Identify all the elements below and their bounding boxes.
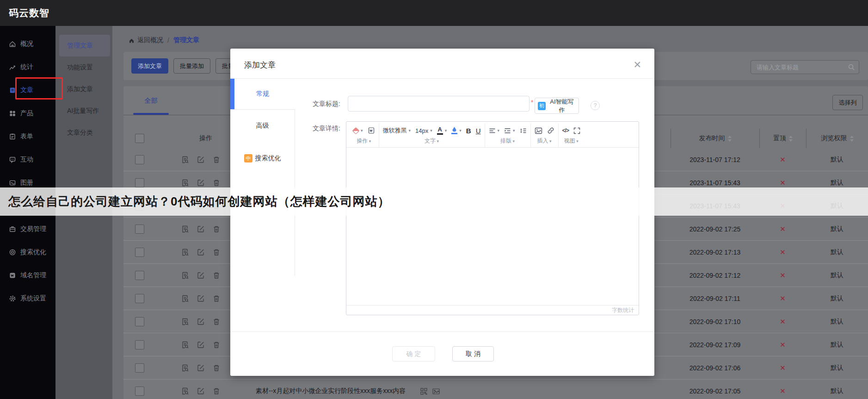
delete-icon[interactable] bbox=[212, 271, 221, 280]
tab-advanced[interactable]: 高级 bbox=[230, 110, 295, 142]
edit-icon[interactable] bbox=[197, 364, 205, 372]
fullscreen-icon[interactable] bbox=[573, 127, 580, 134]
column-header-top[interactable]: 置顶 bbox=[759, 129, 806, 148]
batch-add-button[interactable]: 批量添加 bbox=[173, 58, 210, 74]
preview-icon[interactable] bbox=[181, 341, 189, 349]
sort-icon[interactable] bbox=[850, 136, 854, 142]
submenu-item[interactable]: 添加文章 bbox=[59, 78, 110, 100]
preview-icon[interactable] bbox=[181, 294, 189, 303]
row-checkbox[interactable] bbox=[135, 224, 144, 234]
row-checkbox[interactable] bbox=[135, 317, 144, 326]
article-search-input[interactable] bbox=[751, 60, 859, 74]
preview-icon[interactable] bbox=[181, 225, 189, 233]
breadcrumb-home[interactable]: 返回概况 bbox=[137, 36, 163, 44]
preview-icon[interactable] bbox=[181, 179, 189, 187]
preview-icon[interactable] bbox=[181, 387, 189, 395]
submenu-item[interactable]: 管理文章 bbox=[59, 35, 110, 56]
sidebar-item[interactable]: 互动 bbox=[0, 148, 55, 171]
insert-link-icon[interactable] bbox=[547, 127, 554, 134]
bold-button[interactable]: B bbox=[466, 127, 471, 135]
sidebar-item[interactable]: 统计 bbox=[0, 56, 55, 79]
tab-general[interactable]: 常规 bbox=[230, 79, 295, 109]
group-label-insert[interactable]: 插入 bbox=[535, 137, 554, 146]
preview-icon[interactable] bbox=[181, 364, 189, 372]
column-header-permission[interactable]: 浏览权限 bbox=[806, 129, 868, 148]
column-header-publish-time[interactable]: 发布时间 bbox=[671, 129, 759, 148]
preview-icon[interactable] bbox=[181, 248, 189, 256]
edit-icon[interactable] bbox=[197, 271, 205, 280]
row-checkbox[interactable] bbox=[135, 248, 144, 257]
add-article-button[interactable]: 添加文章 bbox=[131, 58, 168, 74]
submenu-item[interactable]: 文章分类 bbox=[59, 122, 110, 143]
sidebar-item[interactable]: 交易管理 bbox=[0, 218, 55, 241]
sidebar-item[interactable]: 表单 bbox=[0, 125, 55, 148]
word-count-label[interactable]: 字数统计 bbox=[612, 306, 634, 314]
group-label-actions[interactable]: 操作 bbox=[353, 137, 375, 146]
cancel-button[interactable]: 取 消 bbox=[452, 346, 494, 362]
ai-write-button[interactable]: 初 AI智能写作 bbox=[535, 98, 579, 114]
row-checkbox[interactable] bbox=[135, 340, 144, 349]
delete-icon[interactable] bbox=[212, 156, 221, 164]
image-icon[interactable] bbox=[432, 387, 440, 395]
article-title-input[interactable] bbox=[348, 96, 529, 112]
source-code-icon[interactable]: </> bbox=[562, 127, 569, 134]
align-icon[interactable] bbox=[489, 128, 500, 134]
group-label-layout[interactable]: 排版 bbox=[489, 137, 527, 146]
qrcode-icon[interactable] bbox=[420, 387, 428, 395]
submenu-item[interactable]: 功能设置 bbox=[59, 56, 110, 78]
edit-icon[interactable] bbox=[197, 156, 205, 164]
row-checkbox[interactable] bbox=[135, 363, 144, 373]
preview-icon[interactable] bbox=[181, 156, 189, 164]
sidebar-item[interactable]: 系统设置 bbox=[0, 287, 55, 310]
breadcrumb-home-icon[interactable] bbox=[129, 37, 135, 44]
delete-icon[interactable] bbox=[212, 364, 221, 372]
column-picker-button[interactable]: 选择列 bbox=[832, 95, 863, 110]
preview-icon[interactable] bbox=[181, 271, 189, 280]
row-checkbox[interactable] bbox=[135, 294, 144, 303]
row-checkbox[interactable] bbox=[135, 271, 144, 280]
edit-icon[interactable] bbox=[197, 248, 205, 256]
edit-icon[interactable] bbox=[197, 225, 205, 233]
tab-seo[interactable]: 中 搜索优化 bbox=[230, 142, 295, 175]
eraser-icon[interactable] bbox=[353, 128, 363, 133]
help-icon[interactable]: ? bbox=[591, 101, 600, 110]
edit-icon[interactable] bbox=[197, 318, 205, 326]
edit-icon[interactable] bbox=[197, 294, 205, 303]
delete-icon[interactable] bbox=[212, 294, 221, 303]
row-checkbox[interactable] bbox=[135, 178, 144, 187]
delete-icon[interactable] bbox=[212, 179, 221, 187]
delete-icon[interactable] bbox=[212, 225, 221, 233]
font-family-select[interactable]: 微软雅黑 bbox=[383, 126, 411, 135]
preview-icon[interactable] bbox=[181, 318, 189, 326]
highlight-color-icon[interactable] bbox=[451, 127, 462, 134]
delete-icon[interactable] bbox=[212, 341, 221, 349]
close-icon[interactable]: ✕ bbox=[633, 60, 641, 69]
font-size-select[interactable]: 14px bbox=[415, 127, 432, 134]
delete-icon[interactable] bbox=[212, 387, 221, 395]
edit-icon[interactable] bbox=[197, 341, 205, 349]
group-label-view[interactable]: 视图 bbox=[562, 137, 580, 146]
word-paste-icon[interactable] bbox=[368, 127, 375, 134]
delete-icon[interactable] bbox=[212, 318, 221, 326]
underline-button[interactable]: U bbox=[476, 127, 481, 135]
delete-icon[interactable] bbox=[212, 248, 221, 256]
indent-icon[interactable] bbox=[504, 128, 515, 134]
sidebar-item[interactable]: 产品 bbox=[0, 102, 55, 125]
sidebar-item[interactable]: 搜索优化 bbox=[0, 241, 55, 264]
select-all-checkbox[interactable] bbox=[135, 134, 144, 143]
search-icon[interactable] bbox=[848, 63, 855, 73]
font-color-icon[interactable]: A bbox=[437, 126, 447, 135]
edit-icon[interactable] bbox=[197, 179, 205, 187]
confirm-button[interactable]: 确 定 bbox=[392, 346, 435, 362]
group-label-text[interactable]: 文字 bbox=[383, 137, 481, 146]
row-checkbox[interactable] bbox=[135, 155, 144, 164]
sidebar-item[interactable]: 域名管理 bbox=[0, 264, 55, 287]
editor-content-area[interactable] bbox=[346, 148, 639, 305]
row-checkbox[interactable] bbox=[135, 387, 144, 396]
tab-all[interactable]: 全部 bbox=[133, 86, 169, 115]
line-height-icon[interactable] bbox=[520, 128, 527, 134]
edit-icon[interactable] bbox=[197, 387, 205, 395]
insert-image-icon[interactable] bbox=[535, 127, 542, 134]
submenu-item[interactable]: AI批量写作 bbox=[59, 100, 110, 122]
sort-icon[interactable] bbox=[728, 136, 732, 142]
